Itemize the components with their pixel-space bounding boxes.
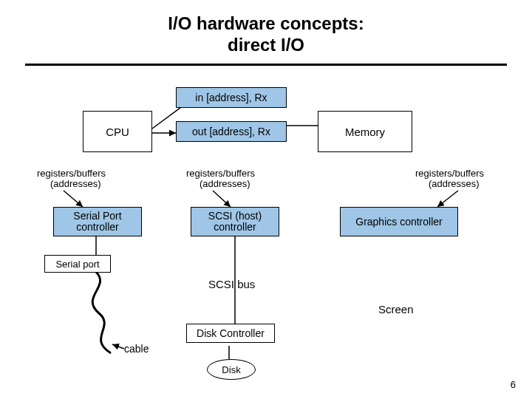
graphics-controller-label: Graphics controller (355, 216, 443, 228)
regbuf-label-mid: registers/buffers (addresses) (186, 168, 255, 188)
disk-controller-box: Disk Controller (186, 324, 275, 343)
regbuf-right-l2: (addresses) (415, 178, 480, 189)
out-instruction-text: out [address], Rx (192, 126, 270, 137)
slide-title: I/O hardware concepts: direct I/O (0, 13, 532, 56)
cable-text: cable (124, 343, 149, 355)
regbuf-left-l2: (addresses) (37, 178, 101, 189)
regbuf-mid-l1: registers/buffers (186, 168, 255, 179)
serial-port-controller-l2: controller (76, 221, 119, 233)
cpu-label: CPU (106, 126, 129, 138)
regbuf-left-l1: registers/buffers (37, 168, 106, 179)
out-instruction-box: out [address], Rx (176, 121, 287, 142)
in-instruction-box: in [address], Rx (176, 87, 287, 108)
graphics-controller-box: Graphics controller (340, 207, 458, 236)
in-instruction-text: in [address], Rx (195, 92, 267, 103)
serial-port-box: Serial port (44, 255, 111, 273)
page-number: 6 (511, 379, 516, 390)
title-underline (25, 64, 507, 66)
svg-line-10 (112, 344, 124, 349)
regbuf-label-left: registers/buffers (addresses) (37, 168, 106, 188)
page-number-text: 6 (511, 379, 516, 390)
serial-port-controller-l1: Serial Port (73, 210, 121, 222)
regbuf-label-right: registers/buffers (addresses) (415, 168, 484, 188)
cpu-box: CPU (83, 111, 152, 152)
disk-controller-label: Disk Controller (197, 327, 265, 339)
scsi-controller-l1: SCSI (host) (208, 210, 262, 222)
memory-box: Memory (318, 111, 412, 152)
svg-line-4 (213, 191, 231, 207)
serial-port-controller-box: Serial Port controller (53, 207, 142, 236)
screen-text: Screen (378, 303, 414, 316)
serial-port-label: Serial port (55, 259, 99, 270)
regbuf-mid-l2: (addresses) (186, 178, 250, 189)
cable-label: cable (124, 343, 149, 355)
screen-label: Screen (378, 303, 414, 316)
scsi-bus-text: SCSI bus (208, 278, 255, 290)
title-line-2: direct I/O (228, 35, 304, 55)
title-line-1: I/O hardware concepts: (168, 13, 364, 33)
disk-label: Disk (222, 364, 240, 375)
svg-line-3 (64, 191, 83, 207)
scsi-bus-label: SCSI bus (208, 278, 255, 290)
regbuf-right-l1: registers/buffers (415, 168, 484, 179)
memory-label: Memory (345, 126, 385, 138)
disk-ellipse: Disk (207, 359, 256, 380)
svg-line-5 (437, 191, 458, 207)
scsi-controller-box: SCSI (host) controller (191, 207, 279, 236)
scsi-controller-l2: controller (214, 221, 256, 233)
